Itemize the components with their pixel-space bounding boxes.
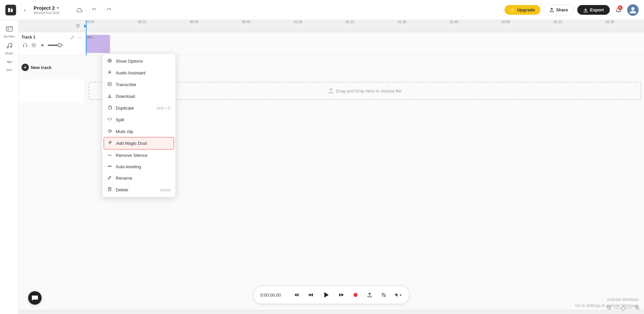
music-label: Music <box>5 52 13 55</box>
zoom-in-button[interactable] <box>635 305 640 311</box>
export-button[interactable]: Export <box>577 5 610 15</box>
sidebar-item-my-files[interactable]: My Files <box>2 24 17 39</box>
ruler-mark-7: 01:45 <box>450 20 458 24</box>
track-edit-button[interactable] <box>69 34 75 40</box>
timeline-ruler[interactable]: 00:00 00:15 00:30 00:45 01:00 01:15 01:3… <box>19 20 644 32</box>
sidebar-item-sfx[interactable]: SFX <box>2 58 17 72</box>
track-header: Track 1 ··· <box>19 32 86 55</box>
menu-item-auto-leveling[interactable]: Auto-leveling <box>102 161 175 172</box>
remove-silence-icon <box>107 152 112 158</box>
audio-assistant-label: Audio Assistant <box>116 70 146 75</box>
project-chevron-icon: ▾ <box>57 6 59 10</box>
track-headphone-button[interactable] <box>21 42 29 49</box>
project-name-label: Project 2 <box>34 5 55 11</box>
share-transport-button[interactable] <box>365 290 374 300</box>
zoom-out-button[interactable] <box>606 305 612 311</box>
menu-item-mute-clip[interactable]: Mute clip <box>102 126 175 137</box>
back-button[interactable]: ‹ <box>20 5 30 15</box>
auto-leveling-label: Auto-leveling <box>116 164 141 169</box>
new-track-plus-icon: + <box>21 64 29 71</box>
track-controls-row <box>21 42 83 49</box>
app-logo <box>5 5 16 15</box>
svg-rect-11 <box>23 46 24 47</box>
track-more-button[interactable]: ··· <box>77 34 83 40</box>
audio-clip[interactable]: Rec... <box>86 35 110 53</box>
record-button[interactable] <box>351 290 360 300</box>
svg-line-44 <box>638 309 639 310</box>
menu-item-rename[interactable]: Rename <box>102 172 175 184</box>
play-button[interactable] <box>320 289 332 301</box>
fast-forward-button[interactable] <box>337 290 346 300</box>
svg-rect-6 <box>7 29 9 30</box>
svg-point-4 <box>631 7 635 10</box>
scrollbar-area[interactable] <box>19 310 644 314</box>
share-label: Share <box>556 7 568 12</box>
ruler-pin <box>74 20 81 32</box>
menu-item-delete[interactable]: Delete Delete <box>102 184 175 196</box>
sfx-label: SFX <box>6 68 12 72</box>
track-fx-button[interactable] <box>30 42 38 49</box>
sidebar-item-music[interactable]: Music <box>2 41 17 56</box>
svg-point-9 <box>76 24 79 27</box>
mute-clip-icon <box>107 129 112 134</box>
split-icon <box>107 117 112 123</box>
notification-badge: 5 <box>618 5 623 10</box>
zoom-thumb[interactable] <box>621 306 625 310</box>
svg-point-56 <box>384 295 385 297</box>
zoom-slider[interactable] <box>613 308 633 309</box>
cursor-button[interactable]: ▾ <box>393 290 402 300</box>
topbar-right: ⭐ Upgrade Share Export 5 <box>504 4 639 16</box>
notifications-button[interactable]: 5 <box>613 5 624 15</box>
clip-label: Rec... <box>87 36 95 39</box>
cloud-save-button[interactable] <box>74 5 85 15</box>
ruler-mark-9: 02:15 <box>554 20 562 24</box>
track-volume-slider[interactable] <box>48 45 64 46</box>
transcribe-label: Transcribe <box>116 82 136 87</box>
show-options-label: Show Options <box>116 59 143 64</box>
menu-item-duplicate[interactable]: Duplicate Shift + D <box>102 102 175 114</box>
rename-label: Rename <box>116 176 132 181</box>
track-content[interactable]: Rec... <box>86 32 644 55</box>
menu-item-show-options[interactable]: Show Options <box>102 55 175 67</box>
ruler-mark-2: 00:30 <box>190 20 198 24</box>
menu-item-transcribe[interactable]: Transcribe <box>102 79 175 90</box>
svg-point-17 <box>109 60 110 61</box>
undo-button[interactable] <box>89 5 100 15</box>
menu-item-add-magic-dust[interactable]: Add Magic Dust <box>104 137 174 149</box>
track-mute-button[interactable] <box>39 42 46 49</box>
menu-item-remove-silence[interactable]: Remove Silence <box>102 149 175 161</box>
project-name[interactable]: Project 2 ▾ <box>34 5 59 11</box>
mute-clip-label: Mute clip <box>116 129 133 134</box>
main-layout: My Files Music SFX <box>0 20 644 314</box>
duplicate-label: Duplicate <box>116 106 134 111</box>
svg-rect-1 <box>11 9 13 12</box>
music-icon <box>6 42 13 51</box>
redo-button[interactable] <box>104 5 114 15</box>
svg-marker-46 <box>297 293 299 297</box>
svg-marker-47 <box>311 293 313 297</box>
skip-back-button[interactable] <box>292 290 301 300</box>
sfx-icon <box>6 59 13 68</box>
add-magic-dust-label: Add Magic Dust <box>116 141 147 146</box>
chat-button[interactable] <box>28 291 42 305</box>
share-button[interactable]: Share <box>544 5 574 15</box>
menu-item-split[interactable]: Split <box>102 114 175 126</box>
eq-button[interactable] <box>379 290 388 300</box>
delete-shortcut: Delete <box>160 188 171 192</box>
svg-point-54 <box>382 293 383 295</box>
avatar[interactable] <box>627 4 639 16</box>
track-header-actions: ··· <box>69 34 83 40</box>
ruler-marks-container: 00:00 00:15 00:30 00:45 01:00 01:15 01:3… <box>86 20 644 32</box>
new-track-button[interactable]: + New track <box>21 64 51 71</box>
transport-bar: 0:00:00.00 <box>253 286 410 304</box>
duplicate-shortcut: Shift + D <box>157 106 171 110</box>
menu-item-audio-assistant[interactable]: Audio Assistant <box>102 67 175 79</box>
svg-rect-5 <box>6 26 12 31</box>
rewind-button[interactable] <box>306 290 315 300</box>
timeline-area: 00:00 00:15 00:30 00:45 01:00 01:15 01:3… <box>19 20 644 314</box>
svg-point-52 <box>354 293 358 297</box>
upgrade-button[interactable]: ⭐ Upgrade <box>504 5 540 15</box>
svg-marker-50 <box>339 293 341 297</box>
menu-item-download[interactable]: Download <box>102 90 175 102</box>
track-name: Track 1 <box>21 35 35 40</box>
